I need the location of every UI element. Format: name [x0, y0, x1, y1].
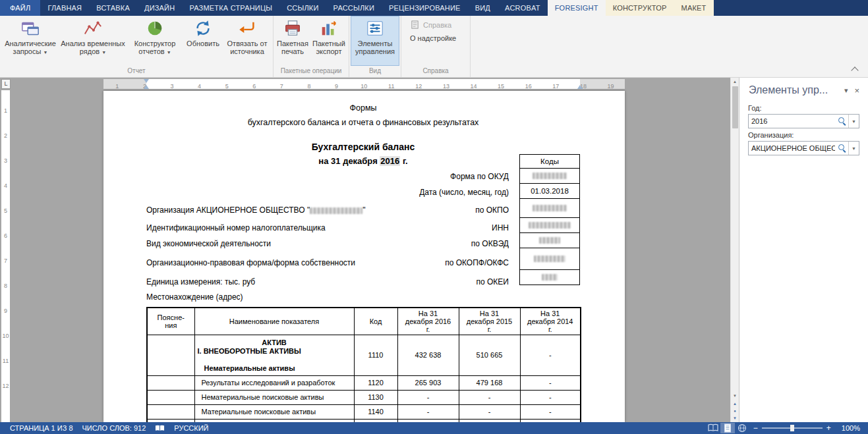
button-label: Отвязать от источника [227, 40, 268, 55]
help-button[interactable]: Справка [407, 18, 465, 31]
ruler-number: 7 [268, 82, 296, 92]
contextual-tab[interactable]: КОНСТРУКТОР [606, 0, 674, 16]
collapse-ribbon-button[interactable] [850, 65, 860, 73]
group-label-batch: Пакетные операции [275, 67, 347, 77]
report-designer-button[interactable]: Конструктор отчетов ▼ [127, 16, 183, 66]
redacted-value [539, 237, 560, 244]
table-header-cell: Поясне-ния [147, 308, 194, 335]
pane-close-icon[interactable]: × [851, 86, 863, 95]
time-series-button[interactable]: Анализ временных рядов ▼ [59, 16, 127, 66]
ribbon-tab[interactable]: ДИЗАЙН [137, 0, 182, 16]
ribbon: Аналитические запросы ▼ Анализ временных… [0, 16, 868, 78]
okud-value-cell [519, 168, 580, 184]
table-row: Материальные поисковые активы 1140 - - - [147, 405, 581, 420]
ruler-number: 10 [350, 82, 378, 92]
doc-heading-line: бухгалтерского баланса и отчета о финанс… [146, 115, 580, 130]
codes-column: Коды 01.03.2018 [519, 154, 580, 285]
scrollbar-thumb[interactable] [732, 86, 738, 128]
value-2015-cell: - [459, 391, 520, 405]
organization-input[interactable] [749, 144, 838, 152]
about-addin-button[interactable]: О надстройке [407, 33, 465, 43]
scroll-down-button[interactable]: ▼ [733, 392, 737, 400]
okved-value-cell [519, 232, 580, 248]
ruler-number: 3 [4, 157, 7, 182]
search-icon[interactable] [838, 117, 847, 126]
button-label: Обновить [187, 40, 219, 47]
ribbon-tab[interactable]: ВСТАВКА [89, 0, 137, 16]
doc-date-line: на 31 декабря 2016 г. [146, 154, 580, 170]
left-indent-marker[interactable] [144, 85, 149, 89]
zoom-slider-thumb[interactable] [790, 425, 794, 431]
batch-export-button[interactable]: Пакетный экспорт [310, 16, 347, 66]
ribbon-tab[interactable]: ВИД [468, 0, 498, 16]
year-label: Год: [748, 104, 859, 112]
ribbon-tab[interactable]: ГЛАВНАЯ [40, 0, 89, 16]
analytic-queries-icon [20, 18, 40, 38]
select-browse-object-button[interactable]: ● [734, 408, 736, 415]
pane-options-icon[interactable]: ▾ [841, 86, 852, 95]
value-2015-cell: 479 168 [459, 376, 520, 391]
unlink-source-button[interactable]: Отвязать от источника [223, 16, 272, 66]
search-icon[interactable] [838, 144, 847, 153]
value-2014-cell: - [520, 420, 581, 423]
read-mode-button[interactable] [706, 423, 720, 433]
vertical-ruler[interactable]: 123456789101112 [1, 90, 10, 422]
previous-page-button[interactable]: ▲ [733, 400, 737, 408]
zoom-slider[interactable] [762, 427, 823, 429]
year-dropdown-button[interactable]: ▼ [848, 115, 859, 128]
organization-dropdown-button[interactable]: ▼ [848, 142, 859, 155]
ruler-number: 3 [158, 82, 186, 92]
ruler-number: 1 [103, 82, 131, 92]
zoom-in-button[interactable]: + [823, 423, 835, 433]
value-2014-cell: - [520, 335, 581, 376]
vertical-scrollbar[interactable]: ▲ ▼ ▲ ● ▼ [730, 78, 739, 422]
refresh-button[interactable]: Обновить [183, 16, 223, 66]
status-bar: СТРАНИЦА 1 ИЗ 8 ЧИСЛО СЛОВ: 912 РУССКИЙ … [0, 422, 868, 434]
scroll-up-button[interactable]: ▲ [733, 78, 737, 86]
language-indicator[interactable]: РУССКИЙ [169, 424, 213, 432]
ruler-number: 5 [213, 82, 241, 92]
value-2016-cell: - [397, 405, 459, 420]
ribbon-tab[interactable]: РАЗМЕТКА СТРАНИЦЫ [182, 0, 279, 16]
chevron-down-icon: ▼ [43, 50, 47, 55]
right-indent-marker[interactable] [577, 85, 583, 89]
document-page[interactable]: Формы бухгалтерского баланса и отчета о … [103, 91, 625, 422]
web-layout-button[interactable] [735, 423, 749, 433]
horizontal-ruler[interactable]: 12345678910111213141516171819 [103, 79, 625, 89]
proofing-book-icon [155, 424, 165, 432]
ruler-number: 2 [4, 132, 7, 157]
word-count-indicator[interactable]: ЧИСЛО СЛОВ: 912 [78, 424, 151, 432]
first-line-indent-marker[interactable] [144, 79, 149, 83]
analytic-queries-button[interactable]: Аналитические запросы ▼ [1, 16, 59, 66]
value-2014-cell: - [520, 405, 581, 420]
balance-table: Поясне-нияНаименование показателяКодНа 3… [146, 307, 581, 422]
zoom-out-button[interactable]: − [749, 423, 762, 433]
ribbon-group-help: Справка О надстройке Справка [401, 16, 471, 77]
year-input[interactable] [749, 117, 838, 125]
value-2016-cell: 265 903 [397, 376, 459, 391]
ribbon-group-report: Аналитические запросы ▼ Анализ временных… [0, 16, 274, 77]
chevron-down-icon: ▼ [167, 50, 171, 55]
tab-stop-selector[interactable]: L [1, 79, 11, 89]
tab-file[interactable]: ФАЙЛ [0, 0, 40, 16]
next-page-button[interactable]: ▼ [733, 415, 737, 422]
tab-foresight[interactable]: FORESIGHT [548, 0, 606, 16]
print-layout-button[interactable] [720, 423, 735, 433]
contextual-tab[interactable]: МАКЕТ [674, 0, 714, 16]
controls-button[interactable]: Элементы управления [351, 16, 399, 66]
ribbon-tab[interactable]: ССЫЛКИ [279, 0, 326, 16]
ribbon-tab[interactable]: РЕЦЕНЗИРОВАНИЕ [382, 0, 468, 16]
value-2015-cell: 510 665 [459, 335, 520, 376]
word-window: ФАЙЛ ГЛАВНАЯВСТАВКАДИЗАЙНРАЗМЕТКА СТРАНИ… [0, 0, 868, 434]
page-count-indicator[interactable]: СТРАНИЦА 1 ИЗ 8 [5, 424, 78, 432]
table-row: Основные средства 1150 136 015 135 800 - [147, 420, 581, 423]
zoom-level-indicator[interactable]: 100% [835, 424, 863, 432]
redacted-value [542, 274, 558, 281]
batch-print-button[interactable]: Пакетная печать [275, 16, 310, 66]
value-2016-cell: 136 015 [397, 420, 459, 423]
ribbon-tab[interactable]: РАССЫЛКИ [326, 0, 382, 16]
unit-line: Единица измерения: тыс. руб [146, 277, 477, 286]
proofing-status-icon[interactable] [150, 424, 169, 432]
ribbon-tab[interactable]: ACROBAT [498, 0, 548, 16]
time-series-icon [83, 18, 103, 38]
